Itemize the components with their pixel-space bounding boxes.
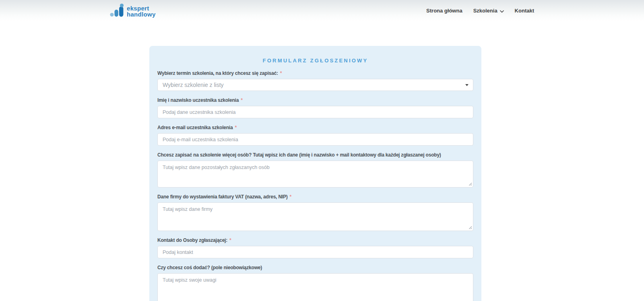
training-select[interactable]: Wybierz szkolenie z listy bbox=[157, 79, 473, 91]
page: ekspert handlowy Strona główna Szkolenia… bbox=[0, 0, 644, 301]
field-label: Imię i nazwisko uczestnika szkolenia* bbox=[157, 97, 473, 103]
required-asterisk: * bbox=[241, 97, 242, 103]
form-title: FORMULARZ ZGŁOSZENIOWY bbox=[157, 58, 473, 64]
nav-item-strona-glowna[interactable]: Strona główna bbox=[426, 8, 462, 14]
required-asterisk: * bbox=[290, 194, 291, 200]
field-label: Chcesz zapisać na szkolenie więcej osób?… bbox=[157, 152, 473, 158]
comments-textarea[interactable] bbox=[157, 273, 473, 301]
field-label: Dane firmy do wystawienia faktury VAT (n… bbox=[157, 194, 473, 200]
main-nav: Strona główna Szkolenia Kontakt bbox=[426, 7, 534, 14]
submitter-contact-input[interactable] bbox=[157, 246, 473, 258]
additional-participants-textarea[interactable] bbox=[157, 161, 473, 188]
field-label: Adres e-mail uczestnika szkolenia* bbox=[157, 124, 473, 131]
company-invoice-textarea[interactable] bbox=[157, 202, 473, 231]
brand-name: ekspert handlowy bbox=[127, 5, 156, 17]
nav-item-kontakt[interactable]: Kontakt bbox=[515, 8, 534, 14]
chevron-down-icon bbox=[500, 8, 504, 14]
select-placeholder-text: Wybierz szkolenie z listy bbox=[163, 82, 224, 88]
form-field-submitter-contact: Kontakt do Osoby zgłaszającej:* bbox=[157, 237, 473, 258]
nav-item-szkolenia[interactable]: Szkolenia bbox=[473, 7, 504, 14]
caret-down-icon bbox=[465, 84, 469, 86]
field-label: Wybierz termin szkolenia, na który chces… bbox=[157, 70, 473, 76]
required-asterisk: * bbox=[235, 125, 236, 130]
brand-logo[interactable]: ekspert handlowy bbox=[110, 4, 156, 19]
field-label: Kontakt do Osoby zgłaszającej:* bbox=[157, 237, 473, 243]
form-field-participant-name: Imię i nazwisko uczestnika szkolenia* bbox=[157, 97, 473, 118]
brand-name-line1: ekspert bbox=[127, 5, 156, 11]
form-field-participant-email: Adres e-mail uczestnika szkolenia* bbox=[157, 124, 473, 146]
participant-name-input[interactable] bbox=[157, 106, 473, 118]
required-asterisk: * bbox=[280, 70, 282, 76]
field-label: Czy chcesz coś dodać? (pole nieobowiązko… bbox=[157, 264, 473, 271]
form-field-comments: Czy chcesz coś dodać? (pole nieobowiązko… bbox=[157, 264, 473, 301]
brand-name-line2: handlowy bbox=[127, 11, 156, 17]
nav-label: Strona główna bbox=[426, 8, 462, 14]
registration-form-panel: FORMULARZ ZGŁOSZENIOWY Wybierz termin sz… bbox=[149, 46, 481, 301]
bar-chart-logo-icon bbox=[110, 4, 124, 19]
required-asterisk: * bbox=[229, 237, 231, 243]
participant-email-input[interactable] bbox=[157, 133, 473, 146]
site-header: ekspert handlowy Strona główna Szkolenia… bbox=[0, 0, 644, 21]
form-field-training-term: Wybierz termin szkolenia, na który chces… bbox=[157, 70, 473, 91]
nav-label: Kontakt bbox=[515, 8, 534, 14]
form-field-additional-participants: Chcesz zapisać na szkolenie więcej osób?… bbox=[157, 152, 473, 188]
form-field-company-invoice-data: Dane firmy do wystawienia faktury VAT (n… bbox=[157, 194, 473, 231]
nav-label: Szkolenia bbox=[473, 8, 497, 14]
